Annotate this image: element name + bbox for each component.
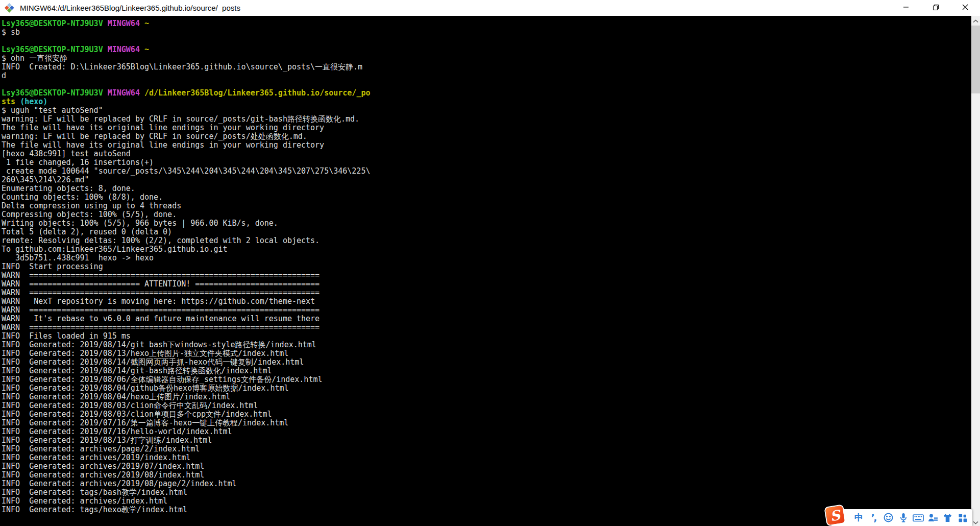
scroll-up-icon — [973, 15, 978, 25]
git-bash-icon — [5, 3, 15, 13]
terminal-line: INFO Created: D:\Linkeer365Blog\Linkeer3… — [2, 63, 971, 71]
terminal-line: INFO Generated: 2019/08/06/全体编辑器自动保存_set… — [2, 375, 971, 384]
terminal-line: WARN ===================================… — [2, 306, 971, 315]
terminal-line: The file will have its original line end… — [2, 141, 971, 150]
terminal-line: warning: LF will be replaced by CRLF in … — [2, 115, 971, 124]
terminal-line — [2, 80, 971, 89]
minimize-icon — [903, 4, 909, 12]
terminal-line: To github.com:Linkeer365/Linkeer365.gith… — [2, 245, 971, 254]
terminal-line: INFO Generated: archives/2019/08/index.h… — [2, 471, 971, 480]
restore-button[interactable] — [921, 0, 950, 16]
terminal-line: WARN ======================== ATTENTION!… — [2, 280, 971, 289]
terminal-line: Lsy365@DESKTOP-NTJ9U3V MINGW64 ~ — [2, 45, 971, 54]
terminal-line: INFO Generated: 2019/08/03/clion命令行中文乱码/… — [2, 401, 971, 410]
terminal-line: INFO Generated: 2019/08/14/git-bash路径转换函… — [2, 367, 971, 375]
chinese-mode-icon[interactable]: 中 — [853, 512, 865, 524]
terminal-line: d — [2, 71, 971, 80]
terminal-line: 260\345\214\226.md" — [2, 176, 971, 184]
terminal-output[interactable]: Lsy365@DESKTOP-NTJ9U3V MINGW64 ~$ sb Lsy… — [0, 16, 971, 526]
window-title: MINGW64:/d/Linkeer365Blog/Linkeer365.git… — [20, 4, 240, 12]
terminal-line: Counting objects: 100% (8/8), done. — [2, 193, 971, 202]
terminal-line: $ ohn 一直很安静 — [2, 54, 971, 63]
terminal-line: INFO Generated: 2019/08/13/打字训练/index.ht… — [2, 436, 971, 445]
terminal-line: $ sb — [2, 28, 971, 37]
terminal-line: INFO Generated: 2019/07/16/第一篇博客-hexo一键上… — [2, 419, 971, 427]
terminal-line: Lsy365@DESKTOP-NTJ9U3V MINGW64 /d/Linkee… — [2, 89, 971, 98]
scroll-up-button[interactable] — [971, 16, 980, 25]
terminal-line: 1 file changed, 16 insertions(+) — [2, 158, 971, 167]
scroll-down-button[interactable] — [971, 517, 980, 526]
terminal-line — [2, 37, 971, 45]
toolbox-icon[interactable] — [927, 512, 939, 524]
terminal-line: The file will have its original line end… — [2, 124, 971, 132]
terminal-line: INFO Generated: 2019/08/04/hexo上传图片/inde… — [2, 393, 971, 401]
terminal-line: INFO Generated: 2019/08/14/截图网页两手抓-hexo代… — [2, 358, 971, 367]
voice-input-icon[interactable] — [897, 512, 909, 524]
terminal-line: INFO Generated: archives/page/2/index.ht… — [2, 445, 971, 453]
titlebar[interactable]: MINGW64:/d/Linkeer365Blog/Linkeer365.git… — [0, 0, 980, 16]
terminal-line: INFO Generated: archives/index.html — [2, 497, 971, 506]
terminal-line: Compressing objects: 100% (5/5), done. — [2, 210, 971, 219]
sogou-ime-bar[interactable]: S 中 ’, — [831, 509, 972, 526]
terminal-line: INFO Generated: 2019/08/14/git bash下wind… — [2, 341, 971, 349]
punctuation-icon[interactable]: ’, — [868, 512, 879, 524]
terminal-line: WARN ===================================… — [2, 323, 971, 332]
scroll-down-icon — [973, 517, 978, 526]
emoji-icon[interactable] — [883, 512, 894, 524]
skin-icon[interactable] — [942, 512, 953, 524]
soft-keyboard-icon[interactable] — [912, 512, 924, 524]
terminal-line: Total 5 (delta 2), reused 0 (delta 0) — [2, 228, 971, 236]
sogou-logo-icon[interactable]: S — [824, 504, 846, 526]
terminal-line: WARN ===================================… — [2, 289, 971, 297]
terminal-line: create mode 100644 "source/_posts/\345\2… — [2, 167, 971, 176]
terminal-line: INFO Generated: tags/bash教学/index.html — [2, 488, 971, 497]
terminal-line: INFO Generated: 2019/08/03/clion单项目多个cpp… — [2, 410, 971, 419]
terminal-line: WARN It's rebase to v6.0.0 and future ma… — [2, 315, 971, 323]
terminal-line: INFO Generated: archives/2019/index.html — [2, 453, 971, 462]
close-button[interactable] — [950, 0, 980, 16]
close-icon — [962, 4, 968, 12]
terminal-line: remote: Resolving deltas: 100% (2/2), co… — [2, 236, 971, 245]
scrollbar[interactable] — [971, 16, 980, 526]
terminal-line: INFO Generated: archives/2019/08/page/2/… — [2, 480, 971, 488]
terminal-line: Lsy365@DESKTOP-NTJ9U3V MINGW64 ~ — [2, 19, 971, 28]
minimize-button[interactable] — [891, 0, 921, 16]
terminal-line: [hexo 438c991] test autoSend — [2, 150, 971, 158]
menu-grid-icon[interactable] — [957, 512, 968, 524]
window-controls — [891, 0, 980, 16]
terminal-line: INFO Files loaded in 915 ms — [2, 332, 971, 341]
terminal-line: INFO Generated: archives/2019/07/index.h… — [2, 462, 971, 471]
terminal-line: Delta compression using up to 4 threads — [2, 202, 971, 210]
terminal-line: INFO Start processing — [2, 262, 971, 271]
restore-icon — [933, 4, 939, 12]
terminal-line: warning: LF will be replaced by CRLF in … — [2, 132, 971, 141]
terminal-line: WARN ===================================… — [2, 271, 971, 280]
terminal-line: sts (hexo) — [2, 98, 971, 106]
terminal-line: Writing objects: 100% (5/5), 966 bytes |… — [2, 219, 971, 228]
terminal-line: WARN NexT repository is moving here: htt… — [2, 297, 971, 306]
terminal-line: 3d5b751..438c991 hexo -> hexo — [2, 254, 971, 262]
terminal-line: INFO Generated: 2019/07/16/hello-world/i… — [2, 427, 971, 436]
scrollbar-thumb[interactable] — [971, 26, 980, 93]
terminal-line: Enumerating objects: 8, done. — [2, 184, 971, 193]
terminal-line: $ uguh "test autoSend" — [2, 106, 971, 115]
terminal-line: INFO Generated: 2019/08/13/hexo上传图片-独立文件… — [2, 349, 971, 358]
terminal-line: INFO Generated: 2019/08/04/github备份hexo博… — [2, 384, 971, 393]
